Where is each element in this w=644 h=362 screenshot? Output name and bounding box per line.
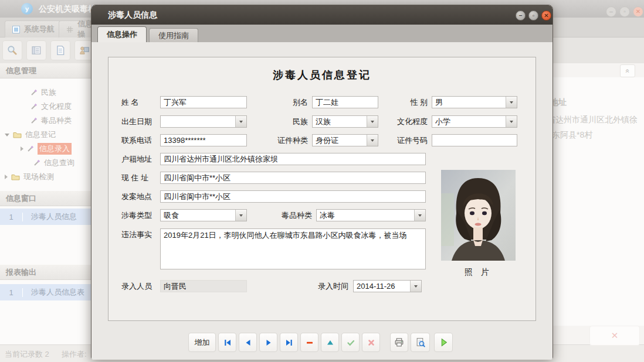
play-icon	[439, 337, 449, 347]
panel-close-button[interactable]: ✕	[589, 326, 640, 346]
modal-minimize-button[interactable]: –	[516, 11, 526, 21]
run-button[interactable]	[434, 333, 453, 352]
id-number-input[interactable]	[432, 134, 517, 146]
row-number: 1	[0, 288, 23, 297]
previous-record-icon	[243, 338, 253, 347]
folder-icon	[11, 173, 20, 180]
drug-type-label: 涉毒类型	[121, 209, 152, 221]
print-preview-button[interactable]	[411, 333, 430, 352]
bg-minimize-button[interactable]: –	[606, 6, 616, 17]
previous-record-button[interactable]	[239, 333, 257, 352]
illegal-facts-textarea[interactable]: 2019年2月21日，李明伙同他人在聊城市东昌路小区内吸食冰毒，被当场	[160, 228, 426, 269]
drug-type-select[interactable]: 吸食	[160, 209, 247, 221]
entry-time-value: 2014-11-26	[357, 281, 409, 292]
tree-item-drug-kinds[interactable]: 毒品种类	[30, 115, 72, 127]
section-header-report-output[interactable]: 报表输出	[0, 265, 91, 280]
dropdown-button[interactable]	[235, 210, 246, 221]
report-output-row[interactable]: 1 涉毒人员信息表	[0, 284, 91, 300]
modal-titlebar[interactable]: 涉毒人员信息 – ▫ ✕	[91, 5, 553, 25]
modal-maximize-button[interactable]: ▫	[528, 11, 538, 21]
dropdown-button[interactable]	[506, 116, 517, 127]
education-value: 小学	[435, 116, 505, 127]
birthdate-select[interactable]	[160, 115, 247, 128]
portrait-image	[441, 170, 516, 261]
gender-select[interactable]: 男	[432, 96, 517, 108]
drug-kind-value: 冰毒	[320, 210, 413, 221]
collapse-panel-button[interactable]: «	[620, 64, 635, 77]
edit-record-button[interactable]	[321, 333, 339, 352]
dropdown-button[interactable]	[506, 97, 517, 108]
modal-tabs: 信息操作 使用指南	[91, 25, 553, 42]
status-operator: 操作者:	[62, 349, 87, 360]
cancel-button[interactable]	[362, 333, 380, 352]
tab-system-navigation-label: 系统导航	[24, 24, 55, 35]
tree-item-label: 信息登记	[25, 129, 56, 140]
tree-item-label: 毒品种类	[41, 115, 72, 126]
address-value-2: 东阿县*8村	[552, 130, 644, 141]
last-record-icon	[284, 338, 294, 347]
gender-label: 性 别	[369, 96, 428, 108]
incident-place-label: 发案地点	[121, 190, 152, 203]
collapsed-arrow-icon[interactable]	[5, 175, 8, 179]
registration-form: 涉毒人员信息登记 姓 名 丁兴军 别名 丁二娃 性 别 男 出生日期 民族	[108, 57, 536, 321]
tree-item-ethnicity[interactable]: 民族	[30, 87, 56, 98]
tree-item-education[interactable]: 文化程度	[30, 101, 72, 112]
household-address-input[interactable]: 四川省达州市通川区北外镇徐家坝	[160, 153, 426, 165]
education-select[interactable]: 小学	[432, 115, 517, 128]
document-tool-button[interactable]	[50, 40, 70, 60]
incident-place-input[interactable]: 四川省阆中市**小区	[160, 190, 426, 203]
tab-info-operation[interactable]: 信息操作	[97, 26, 147, 42]
tree-folder-info-registration[interactable]: 信息登记	[5, 129, 56, 141]
tool-icon	[30, 89, 38, 96]
form-title: 涉毒人员信息登记	[109, 68, 535, 82]
illegal-facts-label: 违法事实	[121, 228, 152, 241]
phone-input[interactable]: 13398*******	[160, 134, 247, 146]
dropdown-button[interactable]	[235, 116, 246, 127]
report-tool-button[interactable]	[26, 40, 46, 60]
bg-maximize-button[interactable]: ▫	[619, 6, 630, 17]
section-header-info-window[interactable]: 信息窗口	[0, 191, 91, 206]
print-preview-icon	[415, 337, 425, 347]
tab-system-navigation[interactable]: 系统导航	[5, 21, 62, 37]
modal-title: 涉毒人员信息	[108, 5, 157, 25]
delete-minus-icon	[305, 338, 314, 347]
name-input[interactable]: 丁兴军	[160, 96, 247, 108]
tool-icon	[27, 145, 34, 152]
current-address-input[interactable]: 四川省阆中市**小区	[160, 172, 426, 184]
chevron-down-icon	[239, 214, 243, 217]
tree-item-info-query[interactable]: 信息查询	[33, 157, 74, 169]
print-button[interactable]	[390, 333, 408, 352]
row-label: 涉毒人员信息	[23, 211, 77, 222]
id-type-value: 身份证	[316, 135, 366, 146]
photo-label: 照 片	[441, 267, 516, 278]
dropdown-button[interactable]	[414, 210, 425, 221]
record-navigator-toolbar: 增加	[188, 333, 453, 352]
name-label: 姓 名	[121, 96, 139, 108]
confirm-button[interactable]	[341, 333, 360, 352]
bg-close-button[interactable]: ✕	[633, 6, 643, 17]
entry-person-field: 向晋民	[160, 280, 247, 292]
tree-item-info-entry[interactable]: 信息录入	[21, 143, 72, 155]
first-record-button[interactable]	[218, 333, 236, 352]
modal-close-button[interactable]: ✕	[541, 11, 551, 21]
drug-type-value: 吸食	[164, 210, 235, 221]
dropdown-button[interactable]	[410, 281, 421, 292]
collapsed-arrow-icon[interactable]	[21, 146, 23, 151]
next-record-button[interactable]	[259, 333, 277, 352]
grid-icon	[66, 26, 73, 33]
add-record-button[interactable]: 增加	[188, 333, 216, 352]
section-header-info-management[interactable]: 信息管理	[0, 63, 91, 78]
tree-item-label: 信息查询	[44, 158, 74, 168]
tab-user-guide[interactable]: 使用指南	[149, 28, 198, 42]
drug-kind-select[interactable]: 冰毒	[316, 209, 426, 221]
info-window-row[interactable]: 1 涉毒人员信息	[0, 209, 91, 225]
last-record-button[interactable]	[280, 333, 298, 352]
expanded-arrow-icon[interactable]	[5, 134, 9, 136]
delete-record-button[interactable]	[300, 333, 318, 352]
chevron-down-icon	[239, 121, 243, 123]
entry-time-select[interactable]: 2014-11-26	[353, 280, 422, 292]
x-icon	[367, 338, 376, 347]
next-record-icon	[264, 338, 273, 347]
tree-folder-onsite-detection[interactable]: 现场检测	[5, 171, 54, 183]
search-tool-button[interactable]	[2, 40, 22, 60]
